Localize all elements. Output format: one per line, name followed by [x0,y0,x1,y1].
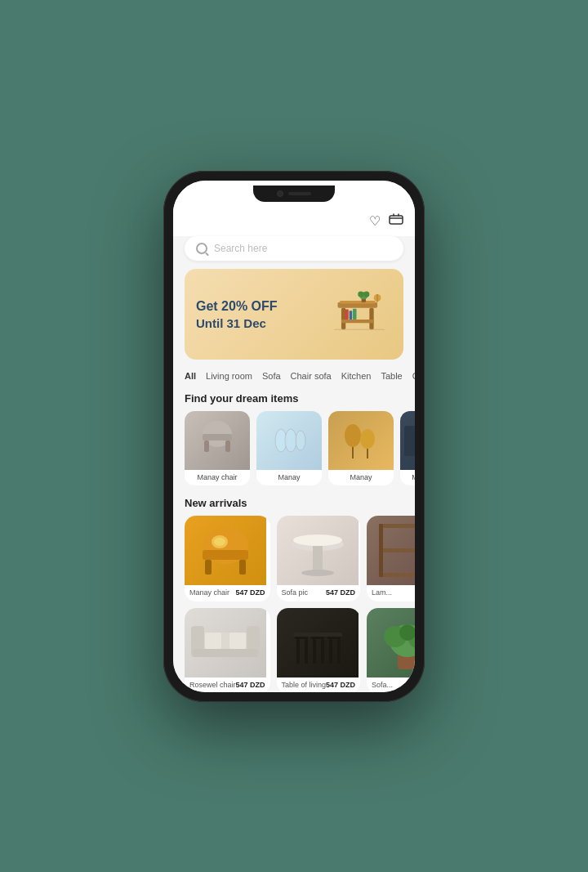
arrival-img-5 [277,608,359,677]
arrival-name-5: Table of living [282,681,327,689]
svg-rect-61 [379,573,415,577]
search-icon [196,243,207,254]
svg-rect-8 [345,309,348,319]
svg-rect-58 [337,639,341,664]
svg-rect-60 [379,548,415,552]
main-scroll[interactable]: ♡ Search here Get 20% OFF [173,207,415,692]
list-item[interactable]: Sofa... [367,608,415,692]
dream-items-row: Manay chair Manay [173,411,415,494]
notch [253,186,335,202]
cat-ceramic[interactable]: Cera... [412,371,415,381]
arrival-price-1: 547 DZD [236,588,265,597]
banner-text: Get 20% OFF Until 31 Dec [196,297,327,329]
svg-point-48 [293,534,342,546]
arrival-img-4 [185,608,266,677]
svg-point-23 [285,429,296,452]
list-item[interactable]: Manay [256,411,322,485]
arrival-img-6 [367,608,415,677]
arrival-name-2: Sofa pic [282,588,309,597]
phone-screen: ♡ Search here Get 20% OFF [173,181,415,692]
dream-item-img-1 [185,411,250,470]
search-bar[interactable]: Search here [185,236,403,261]
cat-kitchen[interactable]: Kitchen [341,371,372,381]
arrival-name-1: Manay chair [189,588,229,597]
wishlist-icon[interactable]: ♡ [369,213,381,229]
arrival-info-1: Manay chair 547 DZD [185,585,270,601]
svg-rect-44 [229,633,246,649]
camera [277,190,283,197]
svg-rect-53 [311,637,324,639]
svg-rect-51 [296,639,300,664]
dream-item-img-4 [400,411,415,470]
list-item[interactable]: Manay [328,411,394,485]
dream-item-label-4: Manay cha... [400,470,415,485]
svg-rect-49 [293,633,342,637]
cat-living-room[interactable]: Living room [206,371,252,381]
svg-rect-21 [225,440,230,452]
svg-rect-0 [390,216,403,224]
arrival-name-3: Lam... [372,588,392,597]
svg-rect-35 [205,560,212,575]
svg-rect-10 [353,308,356,319]
list-item[interactable]: Manay cha... [400,411,415,485]
svg-rect-43 [205,633,221,649]
svg-rect-6 [369,307,373,329]
list-item[interactable]: Table of living 547 DZD [277,608,361,692]
arrival-img-1 [185,516,266,585]
banner-image [327,282,392,347]
svg-point-24 [296,431,305,450]
header: ♡ [173,207,415,236]
list-item[interactable]: Rosewel chair 547 DZD [185,608,270,692]
svg-rect-59 [379,524,415,528]
list-item[interactable]: Lam... [367,516,415,601]
promo-banner[interactable]: Get 20% OFF Until 31 Dec [185,269,403,360]
list-item[interactable]: Manay chair 547 DZD [185,516,270,601]
svg-rect-54 [313,639,316,664]
svg-rect-50 [295,637,308,639]
cart-icon[interactable] [389,213,403,230]
svg-rect-42 [193,649,258,657]
arrival-name-6: Sofa... [372,681,393,689]
svg-rect-52 [305,639,308,664]
arrival-img-3 [367,516,415,585]
arrival-info-5: Table of living 547 DZD [277,677,361,692]
arrival-info-4: Rosewel chair 547 DZD [185,677,270,692]
arrival-name-4: Rosewel chair [189,681,236,689]
svg-rect-19 [203,434,232,440]
list-item[interactable]: Manay chair [185,411,250,485]
svg-rect-32 [404,448,415,456]
svg-point-47 [301,570,334,576]
dream-item-label-2: Manay [256,470,322,485]
arrivals-section-title: New arrivals [173,494,415,516]
arrival-info-3: Lam... [367,585,415,601]
dream-item-label-3: Manay [328,470,394,485]
status-bar [173,181,415,207]
dream-section-title: Find your dream items [173,389,415,411]
category-list: All Living room Sofa Chair sofa Kitchen … [173,368,415,389]
svg-rect-46 [313,544,323,573]
cat-all[interactable]: All [185,371,196,381]
dream-item-img-2 [256,411,322,470]
svg-rect-56 [327,637,341,639]
cat-sofa[interactable]: Sofa [262,371,281,381]
svg-rect-36 [239,560,246,575]
cat-chair-sofa[interactable]: Chair sofa [291,371,332,381]
svg-rect-62 [379,524,383,577]
search-placeholder: Search here [214,243,267,254]
arrival-info-6: Sofa... [367,677,415,692]
list-item[interactable]: Sofa pic 547 DZD [277,516,361,601]
svg-rect-57 [329,639,332,664]
svg-rect-20 [204,440,209,452]
arrival-price-2: 547 DZD [326,588,355,597]
banner-line2: Until 31 Dec [196,316,327,330]
arrivals-row: Manay chair 547 DZD [173,516,415,692]
svg-rect-4 [340,300,375,303]
arrival-price-5: 547 DZD [326,681,355,689]
speaker [288,192,311,195]
cat-table[interactable]: Table [381,371,402,381]
arrival-price-4: 547 DZD [236,681,265,689]
svg-rect-7 [341,319,374,322]
dream-item-img-3 [328,411,394,470]
phone-frame: ♡ Search here Get 20% OFF [163,171,425,702]
banner-line1: Get 20% OFF [196,297,327,315]
